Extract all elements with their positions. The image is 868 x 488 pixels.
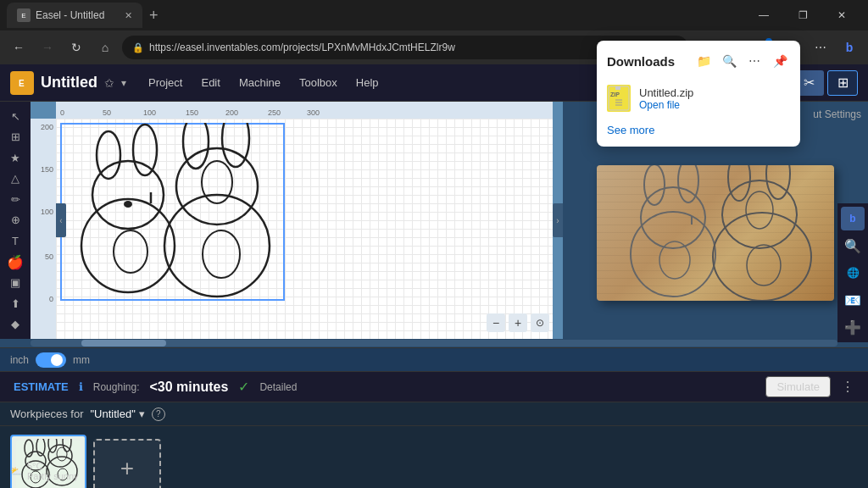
downloads-folder-button[interactable]: 📁 <box>693 51 714 71</box>
add-workpiece-button[interactable]: + <box>93 439 161 489</box>
sidebar-copilot[interactable]: b <box>841 207 865 230</box>
svg-point-6 <box>164 195 270 297</box>
ruler-mark-300: 300 <box>307 108 320 117</box>
svg-point-14 <box>124 201 132 208</box>
svg-point-8 <box>183 123 209 169</box>
ruler-v-0: 0 <box>49 295 53 303</box>
estimate-bar: ESTIMATE ℹ Roughing: <30 minutes ✓ Detai… <box>0 371 868 402</box>
roughing-time: <30 minutes <box>149 380 228 395</box>
tab-close-button[interactable]: ✕ <box>125 10 132 21</box>
h-scrollbar-thumb[interactable] <box>81 340 166 347</box>
title-star: ✩ <box>104 76 114 90</box>
downloads-search-button[interactable]: 🔍 <box>719 51 739 71</box>
forward-button[interactable]: → <box>36 36 59 59</box>
svg-point-20 <box>659 241 690 279</box>
right-collapse-handle[interactable]: › <box>553 203 563 237</box>
select-tool[interactable]: ↖ <box>4 108 26 125</box>
workpieces-dropdown[interactable]: "Untitled" ▾ <box>90 408 144 420</box>
canvas-grid[interactable] <box>56 119 553 339</box>
3d-tool[interactable]: ◆ <box>4 317 26 333</box>
grid-tool[interactable]: ▣ <box>4 275 26 291</box>
import-tool[interactable]: ⬆ <box>4 296 26 312</box>
header-menu: Project Edit Machine Toolbox Help <box>140 73 387 92</box>
ruler-mark-100: 100 <box>143 108 156 117</box>
shape-tool[interactable]: ⊞ <box>4 130 26 146</box>
weather-icon: ⛅ <box>10 466 22 477</box>
menu-machine[interactable]: Machine <box>231 73 289 92</box>
zoom-reset-button[interactable]: ⊙ <box>531 313 549 332</box>
downloads-pin-button[interactable]: 📌 <box>770 51 790 71</box>
units-toggle[interactable] <box>36 352 66 368</box>
triangle-tool[interactable]: △ <box>4 171 26 187</box>
h-scrollbar-track <box>31 340 837 347</box>
window-controls: — ❐ ✕ <box>744 0 861 30</box>
units-bar: inch mm <box>0 347 868 371</box>
canvas-area[interactable]: 0 50 100 150 200 250 300 200 150 100 50 … <box>31 102 563 339</box>
menu-help[interactable]: Help <box>348 73 387 92</box>
simulate-button[interactable]: Simulate <box>765 376 831 397</box>
tab-title: Easel - Untitled <box>36 9 104 21</box>
close-button[interactable]: ✕ <box>822 0 861 30</box>
svg-point-4 <box>97 131 120 179</box>
svg-point-15 <box>631 212 715 297</box>
carve-button[interactable]: ⊞ <box>827 70 858 96</box>
menu-edit[interactable]: Edit <box>192 73 228 92</box>
ruler-mark-250: 250 <box>268 108 281 117</box>
ruler-mark-0: 0 <box>60 108 64 117</box>
open-file-link[interactable]: Open file <box>639 99 693 111</box>
downloads-more-button[interactable]: ⋯ <box>744 51 765 71</box>
sidebar-office[interactable]: 📧 <box>841 288 865 312</box>
menu-toolbox[interactable]: Toolbox <box>291 73 346 92</box>
circle-tool[interactable]: ⊕ <box>4 213 26 229</box>
app-title: Untitled <box>41 74 97 92</box>
minimize-button[interactable]: — <box>744 0 783 30</box>
refresh-button[interactable]: ↻ <box>64 36 88 59</box>
svg-point-26 <box>747 245 781 286</box>
tab-favicon: E <box>17 8 31 22</box>
see-more-link[interactable]: See more <box>607 124 790 136</box>
estimate-label: ESTIMATE <box>14 380 69 393</box>
svg-point-22 <box>722 180 797 248</box>
mm-label: mm <box>73 354 90 366</box>
ruler-v-100: 100 <box>41 208 53 216</box>
star-tool[interactable]: ★ <box>4 150 26 166</box>
title-dropdown[interactable]: ▾ <box>121 77 126 89</box>
logo-icon: E <box>10 71 34 95</box>
dropdown-arrow: ▾ <box>139 408 145 420</box>
more-button[interactable]: ⋯ <box>809 36 832 59</box>
svg-rect-43 <box>609 86 629 110</box>
project-name-label: "Untitled" <box>90 408 135 420</box>
zip-icon: ZIP <box>607 85 631 112</box>
weather-info: 5°C Partly sunny <box>27 461 79 481</box>
pen-tool[interactable]: ✏ <box>4 191 26 208</box>
sidebar-web[interactable]: 🌐 <box>841 261 865 285</box>
apple-tool[interactable]: 🍎 <box>4 254 26 270</box>
inch-label: inch <box>10 354 29 366</box>
h-scrollbar-area <box>0 339 868 347</box>
home-button[interactable]: ⌂ <box>93 36 117 59</box>
svg-point-17 <box>644 165 665 205</box>
downloads-title: Downloads <box>607 54 675 69</box>
sidebar-add[interactable]: ➕ <box>841 315 865 339</box>
zoom-in-button[interactable]: + <box>509 313 527 332</box>
zoom-out-button[interactable]: − <box>487 313 505 332</box>
left-collapse-handle[interactable]: ‹ <box>56 203 66 237</box>
sidebar-search[interactable]: 🔍 <box>841 234 865 258</box>
downloads-header: Downloads 📁 🔍 ⋯ 📌 <box>607 51 790 71</box>
back-button[interactable]: ← <box>7 36 31 59</box>
estimate-info-icon: ℹ <box>79 380 83 393</box>
new-tab-button[interactable]: + <box>146 7 162 25</box>
workpieces-area: + <box>0 425 868 488</box>
text-tool[interactable]: T <box>4 233 26 249</box>
download-item: ZIP Untitled.zip Open file <box>607 80 790 117</box>
menu-project[interactable]: Project <box>140 73 191 92</box>
url-text: https://easel.inventables.com/projects/L… <box>149 42 455 53</box>
svg-point-3 <box>92 161 164 229</box>
edge-copilot-button[interactable]: b <box>837 36 861 59</box>
file-name: Untitled.zip <box>639 86 693 99</box>
maximize-button[interactable]: ❐ <box>783 0 822 30</box>
browser-tab[interactable]: E Easel - Untitled ✕ <box>7 3 142 28</box>
workpieces-help[interactable]: ? <box>152 408 165 421</box>
ruler-v-200: 200 <box>41 123 53 131</box>
estimate-more-button[interactable]: ⋮ <box>841 379 854 395</box>
